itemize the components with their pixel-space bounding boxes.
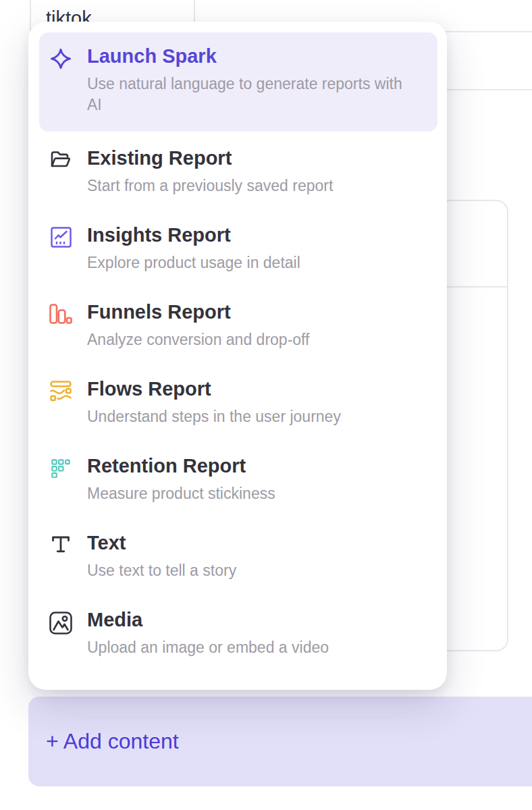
menu-item-description: Analyze conversion and drop-off <box>87 329 309 350</box>
menu-item-title: Retention Report <box>87 454 275 477</box>
menu-item-description: Upload an image or embed a video <box>87 637 329 657</box>
spark-icon <box>49 47 72 132</box>
menu-item-launch-spark[interactable]: Launch Spark Use natural language to gen… <box>39 32 437 132</box>
menu-item-existing-report[interactable]: Existing Report Start from a previously … <box>28 150 447 227</box>
menu-item-title: Launch Spark <box>87 45 411 68</box>
menu-item-title: Existing Report <box>87 146 333 169</box>
menu-item-media[interactable]: Media Upload an image or embed a video <box>28 612 447 688</box>
folder-open-icon <box>49 150 72 170</box>
menu-item-title: Flows Report <box>87 377 341 400</box>
add-content-menu: Launch Spark Use natural language to gen… <box>28 22 447 690</box>
table-column-divider <box>30 0 31 31</box>
menu-item-title: Funnels Report <box>87 300 309 323</box>
media-image-icon <box>49 612 72 634</box>
menu-item-title: Media <box>87 608 329 631</box>
menu-item-description: Measure product stickiness <box>87 483 275 504</box>
add-content-label: + Add content <box>46 729 179 754</box>
menu-item-description: Explore product usage in detail <box>87 252 300 273</box>
canvas: tiktok Launch Spark Use natural language… <box>0 0 532 810</box>
add-content-button[interactable]: + Add content <box>28 697 532 786</box>
menu-item-funnels-report[interactable]: Funnels Report Analyze conversion and dr… <box>28 304 447 381</box>
table-row-divider <box>437 31 532 32</box>
menu-item-description: Use text to tell a story <box>87 560 236 580</box>
table-row-divider <box>437 89 532 90</box>
menu-item-description: Use natural language to generate reports… <box>87 74 411 115</box>
retention-grid-icon <box>49 458 72 478</box>
menu-item-description: Understand steps in the user journey <box>87 406 341 427</box>
menu-list: Existing Report Start from a previously … <box>28 150 447 688</box>
menu-item-title: Insights Report <box>87 223 300 246</box>
insights-chart-icon <box>49 227 72 248</box>
text-icon <box>49 535 72 554</box>
menu-item-title: Text <box>87 531 236 554</box>
flows-icon <box>49 381 72 402</box>
menu-item-text[interactable]: Text Use text to tell a story <box>28 535 447 612</box>
menu-item-retention-report[interactable]: Retention Report Measure product stickin… <box>28 458 447 535</box>
menu-item-flows-report[interactable]: Flows Report Understand steps in the use… <box>28 381 447 458</box>
menu-item-insights-report[interactable]: Insights Report Explore product usage in… <box>28 227 447 304</box>
menu-item-description: Start from a previously saved report <box>87 176 333 196</box>
funnel-bars-icon <box>49 304 72 324</box>
